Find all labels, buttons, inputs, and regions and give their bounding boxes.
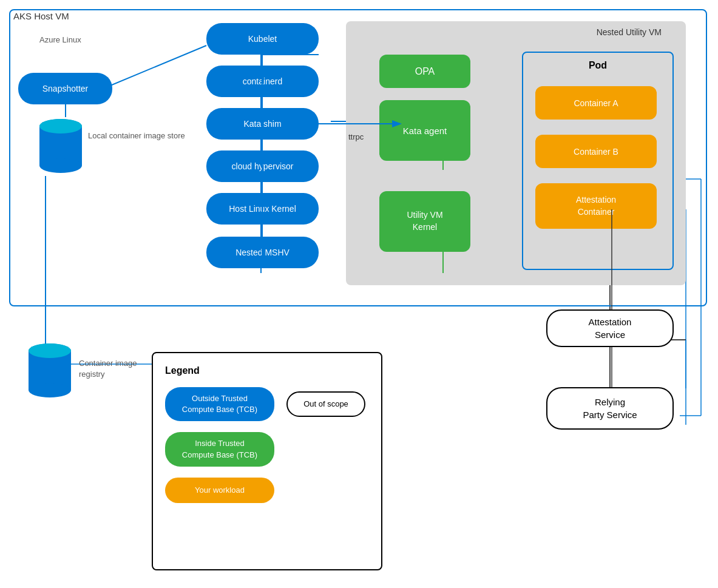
legend-item-blue: Outside TrustedCompute Base (TCB) Out of… [165, 387, 369, 421]
nested-utility-vm-box: Nested Utility VM OPA Kata agent Utility… [346, 21, 686, 285]
legend-box: Legend Outside TrustedCompute Base (TCB)… [152, 352, 382, 570]
local-store-cylinder [36, 115, 85, 176]
nested-mshv-component: Nested MSHV [206, 237, 319, 268]
diagram-container: AKS Host VM Azure Linux Nested Utility V… [0, 0, 718, 588]
legend-green-pill: Inside TrustedCompute Base (TCB) [165, 432, 274, 466]
pod-label: Pod [589, 60, 607, 71]
kata-shim-component: Kata shim [206, 108, 319, 140]
registry-label: Container imageregistry [79, 358, 137, 380]
utility-vm-kernel-component: Utility VM Kernel [379, 191, 470, 252]
container-b: Container B [535, 135, 657, 168]
pod-box: Pod Container A Container B Attestation … [522, 52, 674, 270]
containerd-component: containerd [206, 66, 319, 97]
snapshotter-component: Snapshotter [18, 73, 112, 104]
ttrpc-label: ttrpc [348, 132, 364, 141]
host-linux-kernel-component: Host Linux Kernel [206, 193, 319, 225]
relying-party-service-box: Relying Party Service [546, 387, 674, 430]
aks-host-vm-label: AKS Host VM [13, 11, 69, 21]
attestation-service-box: Attestation Service [546, 309, 674, 347]
legend-orange-pill: Your workload [165, 478, 274, 503]
legend-item-orange: Your workload [165, 478, 369, 503]
nested-utility-vm-label: Nested Utility VM [597, 27, 662, 37]
azure-linux-label: Azure Linux [39, 35, 81, 44]
registry-cylinder [25, 340, 74, 400]
svg-point-17 [39, 158, 82, 173]
kubelet-component: Kubelet [206, 23, 319, 55]
container-a: Container A [535, 86, 657, 120]
legend-title: Legend [165, 365, 369, 376]
cloud-hypervisor-component: cloud hypervisor [206, 150, 319, 182]
svg-point-18 [39, 119, 82, 133]
legend-outline-pill: Out of scope [286, 391, 365, 417]
attestation-container: Attestation Container [535, 183, 657, 229]
opa-component: OPA [379, 55, 470, 88]
svg-point-35 [29, 383, 71, 397]
local-store-label: Local container image store [88, 130, 185, 141]
svg-point-36 [29, 343, 71, 358]
legend-item-green: Inside TrustedCompute Base (TCB) [165, 432, 369, 466]
legend-blue-pill: Outside TrustedCompute Base (TCB) [165, 387, 274, 421]
kata-agent-component: Kata agent [379, 100, 470, 161]
